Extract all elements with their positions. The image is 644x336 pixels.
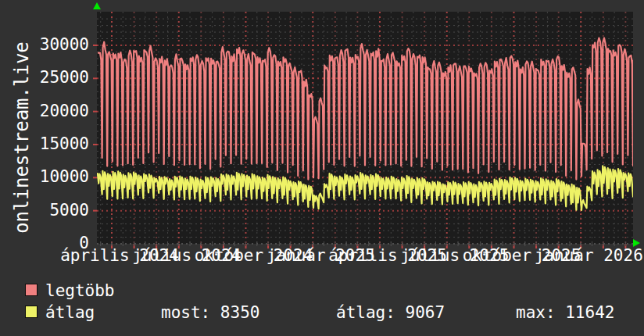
- legend-swatch-avg: [25, 306, 38, 318]
- x-tick-label: január 2026: [510, 248, 644, 264]
- legend-row-max: legtöbb: [0, 283, 644, 298]
- y-tick-label: 30000: [23, 37, 89, 53]
- stat-atlag: átlag: 9067: [336, 305, 445, 320]
- legend-row-avg: átlag most: 8350 átlag: 9067 max: 11642: [0, 305, 644, 320]
- legend-swatch-max: [25, 284, 38, 296]
- y-axis-arrow-icon: [93, 2, 101, 9]
- y-tick-label: 5000: [23, 202, 89, 219]
- y-tick-label: 10000: [23, 169, 89, 185]
- rrdtool-graph: { "title_vertical": "onlinestream.live",…: [0, 0, 644, 336]
- y-tick-label: 25000: [23, 70, 89, 86]
- y-tick-label: 15000: [23, 136, 89, 152]
- stat-most: most: 8350: [161, 305, 259, 320]
- y-tick-label: 20000: [23, 103, 89, 120]
- legend-label-max: legtöbb: [45, 283, 115, 298]
- legend-label-avg: átlag: [45, 305, 95, 320]
- stat-max: max: 11642: [516, 305, 614, 320]
